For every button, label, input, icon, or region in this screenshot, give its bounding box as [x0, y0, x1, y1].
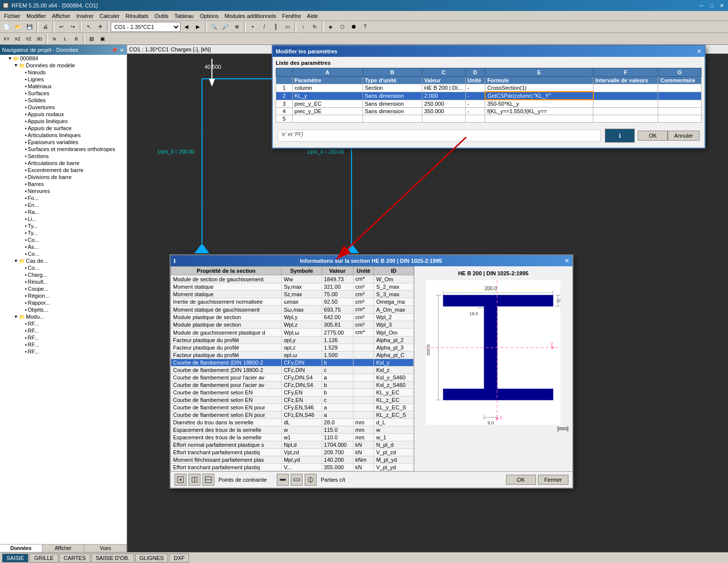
section-table-row[interactable]: Moment fléchissant parfaitement plasMpl,…	[171, 456, 414, 464]
tree-item-nodal-supports[interactable]: • Appuis nodaux	[0, 111, 127, 118]
minimize-button[interactable]: ─	[697, 1, 706, 10]
move-button[interactable]: ✛	[95, 21, 106, 32]
view-xz[interactable]: XZ	[12, 33, 23, 44]
save-button[interactable]: 💾	[24, 21, 35, 32]
help-button[interactable]: ?	[360, 21, 370, 32]
menu-fenetre[interactable]: Fenêtre	[279, 12, 304, 20]
section-table-row[interactable]: Courbe de flambement pour l'acier avCFz,…	[171, 381, 414, 389]
stress-icon-btn2[interactable]	[188, 474, 200, 486]
tree-item-ty2[interactable]: • Ty...	[0, 229, 127, 236]
display-nodes[interactable]: N	[49, 33, 60, 44]
section-close-button[interactable]: ✕	[564, 257, 569, 264]
section-table-row[interactable]: Module plastique de sectionWpl,z305.81cm…	[171, 321, 414, 329]
tree-item-var-thickness[interactable]: • Épaisseurs variables	[0, 139, 127, 146]
section-table-row[interactable]: Inertie de gauchissement normaliséeωmax9…	[171, 298, 414, 306]
tree-item-bars[interactable]: • Barres	[0, 181, 127, 188]
menu-resultats[interactable]: Résultats	[123, 12, 152, 20]
nav-tab-afficher[interactable]: Afficher	[42, 545, 85, 552]
tree-item-modu[interactable]: ▼ 📁 Modu...	[0, 313, 127, 320]
tree-item-lines[interactable]: • Lignes	[0, 76, 127, 83]
view-3d[interactable]: 3D	[34, 33, 45, 44]
load-case-combo[interactable]: CO1 - 1.35*CC1	[111, 22, 181, 32]
surface-tool[interactable]: ▭	[282, 21, 293, 32]
section-table-row[interactable]: Courbe de flambement (DIN 18800-2CFy,DIN…	[171, 359, 414, 367]
render-mode[interactable]: ▣	[97, 33, 108, 44]
section-table-row[interactable]: Courbe de flambement selon EN pourCFz,EN…	[171, 411, 414, 419]
tree-item-rf2[interactable]: • RF...	[0, 327, 127, 334]
section-table-row[interactable]: Courbe de flambement (DIN 18800-2CFz,DIN…	[171, 367, 414, 374]
view3d-button[interactable]: ⬡	[337, 21, 348, 32]
tree-item-rf3[interactable]: • RF...	[0, 334, 127, 341]
tree-item-resultats[interactable]: • Résult...	[0, 278, 127, 285]
maximize-button[interactable]: □	[707, 1, 716, 10]
zoom-all[interactable]: ⊕	[231, 21, 242, 32]
menu-modifier[interactable]: Modifier	[23, 12, 49, 20]
tree-item-sections[interactable]: • Sections	[0, 153, 127, 160]
section-table-row[interactable]: Moment statiqueSy,max321.00cm³S_2_max	[171, 283, 414, 291]
tree-item-rf1[interactable]: • RF...	[0, 320, 127, 327]
param-row-1[interactable]: 1 column Section HE B 200 | DI... - Cros…	[276, 84, 702, 92]
tree-item-model[interactable]: ▼ 📁 Données de modèle	[0, 62, 127, 69]
tree-item-rapports[interactable]: • Rappor...	[0, 299, 127, 306]
nav-tab-vues[interactable]: Vues	[84, 545, 127, 552]
section-table-row[interactable]: Diamètre du trou dans la semelledL28.0mm…	[171, 419, 414, 426]
params-close-button[interactable]: ✕	[697, 48, 702, 55]
section-table-row[interactable]: Effort normal parfaitement plastique sNp…	[171, 441, 414, 449]
param-row-3[interactable]: 3 prec_y_EC Sans dimension 250.000 - 350…	[276, 100, 702, 108]
view-yz[interactable]: YZ	[23, 33, 34, 44]
section-table-row[interactable]: Module de gauchissement plastique dWpl,ω…	[171, 329, 414, 337]
tree-item-en[interactable]: • En...	[0, 201, 127, 208]
menu-inserer[interactable]: Insérer	[73, 12, 96, 20]
section-table-row[interactable]: Facteur plastique du profiléαpl,y1.126Al…	[171, 337, 414, 344]
wire-button[interactable]: ⬢	[348, 21, 359, 32]
tree-item-ortho[interactable]: • Surfaces et membranes orthotropes	[0, 146, 127, 153]
tree-item-bar-hinges[interactable]: • Articulations de barre	[0, 160, 127, 167]
tree-item-coupe[interactable]: • Coupe...	[0, 285, 127, 292]
next-lc[interactable]: ▶	[192, 21, 203, 32]
menu-options[interactable]: Options	[196, 12, 221, 20]
new-button[interactable]: 📄	[1, 21, 12, 32]
tree-item-rf5[interactable]: • RF...	[0, 348, 127, 355]
param-row-4[interactable]: 4 prec_y_DE Sans dimension 350.000 - f(K…	[276, 108, 702, 115]
tree-item-bar-divisions[interactable]: • Divisions de barre	[0, 174, 127, 181]
params-ok-button[interactable]: OK	[638, 131, 668, 141]
view-xy[interactable]: XY	[1, 33, 12, 44]
tree-item-objets[interactable]: • Objets...	[0, 306, 127, 313]
color-surfaces[interactable]: ▨	[86, 33, 97, 44]
menu-afficher[interactable]: Afficher	[49, 12, 73, 20]
tree-item-regions[interactable]: • Région...	[0, 292, 127, 299]
nav-pin-button[interactable]: 📌	[110, 47, 118, 53]
menu-tableau[interactable]: Tableau	[172, 12, 197, 20]
param-row-2[interactable]: 2 KL_y Sans dimension 2.000 - GetCSPar(c…	[276, 92, 702, 100]
section-table-row[interactable]: Courbe de flambement selon ENCFy,ENbKL_y…	[171, 389, 414, 396]
status-grille[interactable]: GRILLE	[29, 554, 58, 563]
ct-icon-btn1[interactable]	[277, 474, 289, 486]
tree-item-ra[interactable]: • Ra...	[0, 208, 127, 215]
ct-icon-btn2[interactable]	[291, 474, 303, 486]
tree-item-line-supports[interactable]: • Appuis linéiques	[0, 118, 127, 125]
menu-aide[interactable]: Aide	[304, 12, 321, 20]
section-table-row[interactable]: Courbe de flambement selon EN pourCFy,EN…	[171, 404, 414, 411]
tree-item-rf4[interactable]: • RF...	[0, 341, 127, 348]
open-button[interactable]: 📂	[12, 21, 23, 32]
tree-item-charges[interactable]: • Charg...	[0, 271, 127, 278]
tree-item-ty1[interactable]: • Ty...	[0, 222, 127, 229]
display-bars[interactable]: B	[71, 33, 82, 44]
tree-item-ribs[interactable]: • Nervures	[0, 188, 127, 194]
undo-button[interactable]: ↩	[56, 21, 67, 32]
print-button[interactable]: 🖨	[40, 21, 51, 32]
params-info-button[interactable]: ℹ	[605, 129, 635, 143]
tree-item-cas[interactable]: ▼ 📁 Cas de...	[0, 257, 127, 264]
menu-outils[interactable]: Outils	[152, 12, 172, 20]
tree-item-co2[interactable]: • Co...	[0, 250, 127, 257]
tree-item-root[interactable]: ▼ 📁 000884	[0, 55, 127, 62]
close-button[interactable]: ✕	[717, 1, 726, 10]
section-table-row[interactable]: Facteur plastique du profiléαpl,z1.529Al…	[171, 344, 414, 352]
render-button[interactable]: ◈	[325, 21, 336, 32]
section-table-row[interactable]: Espacement des trous de la semellew1110.…	[171, 434, 414, 441]
bar-tool[interactable]: ║	[270, 21, 281, 32]
tree-item-surfaces[interactable]: • Surfaces	[0, 90, 127, 97]
tree-item-co[interactable]: • Co...	[0, 236, 127, 243]
section-table-row[interactable]: Effort tranchant parfaitement plastiqV..…	[171, 464, 414, 471]
tree-item-surface-supports[interactable]: • Appuis de surface	[0, 125, 127, 132]
